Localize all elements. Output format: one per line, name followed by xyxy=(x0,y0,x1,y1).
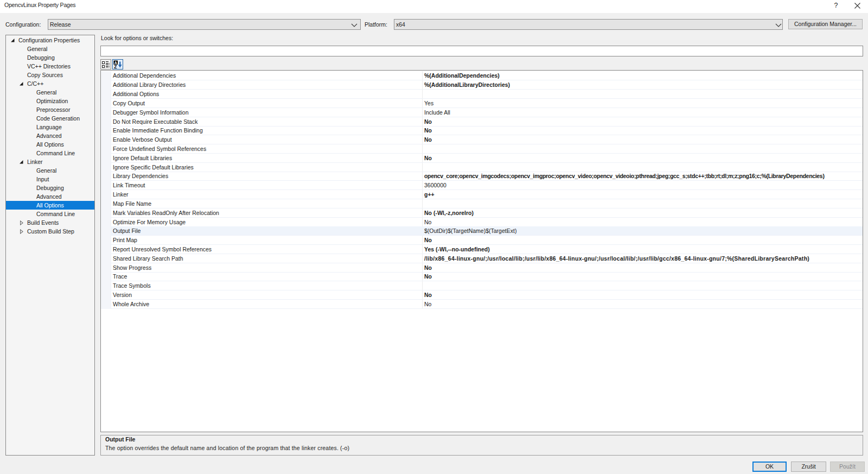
svg-text:Z: Z xyxy=(114,64,117,69)
